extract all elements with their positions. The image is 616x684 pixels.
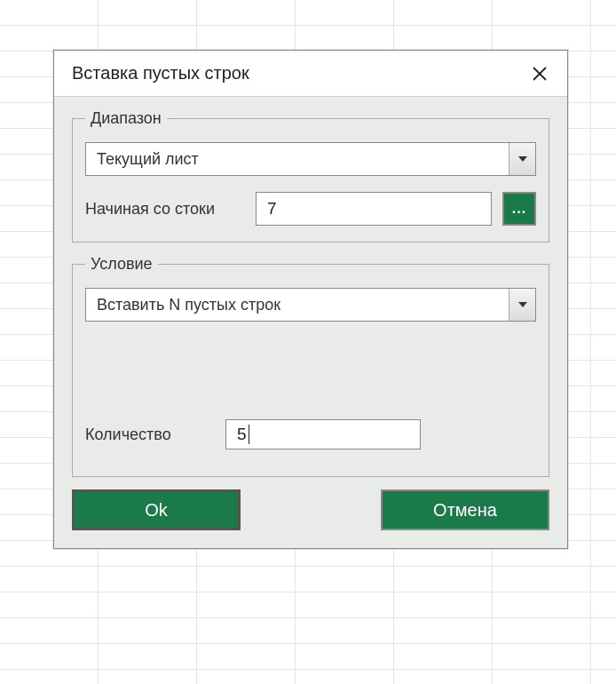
ellipsis-icon: ...	[512, 201, 526, 217]
pick-range-button[interactable]: ...	[502, 192, 536, 226]
scope-dropdown-value: Текущий лист	[86, 143, 509, 175]
condition-dropdown[interactable]: Вставить N пустых строк	[85, 288, 536, 322]
dialog-body: Диапазон Текущий лист Начиная со стоки .…	[54, 97, 567, 548]
ok-button[interactable]: Ok	[72, 489, 241, 530]
text-caret	[249, 425, 249, 444]
close-icon	[532, 66, 548, 82]
quantity-row: Количество	[85, 419, 536, 449]
start-row-label: Начиная со стоки	[85, 200, 245, 219]
svg-marker-3	[518, 302, 527, 307]
condition-fieldset: Условие Вставить N пустых строк Количест…	[72, 255, 549, 477]
quantity-label: Количество	[85, 426, 215, 444]
quantity-input[interactable]	[225, 419, 421, 449]
cancel-button[interactable]: Отмена	[381, 489, 549, 530]
chevron-down-icon	[509, 143, 535, 175]
start-row-input[interactable]	[256, 192, 492, 226]
start-row-row: Начиная со стоки ...	[85, 192, 536, 226]
chevron-down-icon	[509, 289, 535, 321]
dialog-button-row: Ok Отмена	[72, 489, 549, 530]
close-button[interactable]	[525, 62, 555, 85]
dialog-titlebar: Вставка пустых строк	[54, 51, 567, 97]
insert-empty-rows-dialog: Вставка пустых строк Диапазон Текущий ли…	[53, 50, 568, 549]
range-legend: Диапазон	[85, 109, 167, 128]
condition-dropdown-value: Вставить N пустых строк	[86, 289, 509, 321]
condition-legend: Условие	[85, 255, 158, 274]
svg-marker-2	[518, 156, 527, 162]
scope-dropdown[interactable]: Текущий лист	[85, 142, 536, 176]
dialog-title: Вставка пустых строк	[72, 63, 249, 84]
range-fieldset: Диапазон Текущий лист Начиная со стоки .…	[72, 109, 549, 243]
